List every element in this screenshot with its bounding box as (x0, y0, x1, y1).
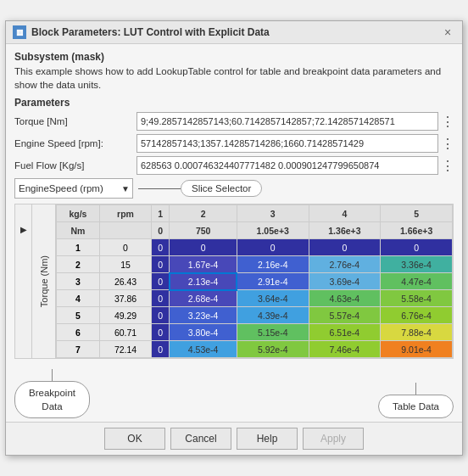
data-cell[interactable]: 4.53e-4 (170, 341, 237, 358)
data-cell[interactable]: 0 (309, 239, 381, 256)
dialog-content: Subsystem (mask) This example shows how … (6, 44, 462, 366)
engine-speed-row: Engine Speed [rpm]: ⋮ (14, 134, 454, 153)
torque-input[interactable] (136, 112, 438, 131)
bp-connector-line (52, 369, 53, 381)
breakpoint-cell[interactable]: 0 (99, 239, 151, 256)
data-cell[interactable]: 4.63e-4 (309, 290, 381, 307)
data-cell[interactable]: 5.92e-4 (237, 341, 309, 358)
connector-line (138, 188, 155, 189)
slice-select-wrapper: EngineSpeed (rpm) Torque (Nm) ▼ (14, 178, 133, 199)
data-cell[interactable]: 0 (152, 290, 170, 307)
engine-speed-input[interactable] (136, 134, 438, 153)
data-cell[interactable]: 1.67e-4 (170, 256, 237, 273)
data-cell[interactable]: 3.36e-4 (381, 256, 453, 273)
data-cell[interactable]: 0 (152, 256, 170, 273)
ok-button[interactable]: OK (104, 428, 165, 450)
subsystem-label: Subsystem (mask) (14, 51, 454, 63)
row-number-cell[interactable]: 5 (57, 307, 100, 324)
expand-arrow-button[interactable]: ▶ (18, 223, 30, 235)
slice-selector-label: Slice Selector (181, 180, 262, 197)
col-header-3: 3 (237, 205, 309, 222)
subheader-1360: 1.36e+3 (309, 222, 381, 239)
data-cell[interactable]: 2.16e-4 (237, 256, 309, 273)
fuel-flow-dots-button[interactable]: ⋮ (442, 158, 454, 174)
breakpoint-data-label: BreakpointData (14, 381, 90, 418)
row-number-cell[interactable]: 7 (57, 341, 100, 358)
table-row: 549.2903.23e-44.39e-45.57e-46.76e-4 (57, 307, 453, 324)
table-row: 326.4302.13e-42.91e-43.69e-44.47e-4 (57, 273, 453, 290)
torque-label: Torque [Nm] (14, 116, 133, 126)
data-cell[interactable]: 0 (381, 239, 453, 256)
data-cell[interactable]: 0 (152, 273, 170, 290)
cancel-button[interactable]: Cancel (170, 428, 231, 450)
breakpoint-cell[interactable]: 60.71 (99, 324, 151, 341)
data-cell[interactable]: 0 (152, 307, 170, 324)
data-cell[interactable]: 0 (170, 239, 237, 256)
torque-axis-label-col: Torque (Nm) (32, 204, 56, 358)
data-cell[interactable]: 5.57e-4 (309, 307, 381, 324)
breakpoint-cell[interactable]: 49.29 (99, 307, 151, 324)
table-area: ▶ Torque (Nm) kg/s rpm 1 2 (15, 204, 453, 358)
data-cell[interactable]: 2.76e-4 (309, 256, 381, 273)
col-header-2: 2 (170, 205, 237, 222)
breakpoint-cell[interactable]: 72.14 (99, 341, 151, 358)
description-text: This example shows how to add LookupTabl… (14, 64, 454, 92)
torque-axis-label: Torque (Nm) (39, 255, 49, 307)
title-bar: ▦ Block Parameters: LUT Control with Exp… (6, 21, 462, 44)
data-cell[interactable]: 5.15e-4 (237, 324, 309, 341)
main-data-table: kg/s rpm 1 2 3 4 5 Nm 0 (56, 204, 453, 358)
data-cell[interactable]: 3.80e-4 (170, 324, 237, 341)
data-cell[interactable]: 6.76e-4 (381, 307, 453, 324)
data-table-wrapper: ▶ Torque (Nm) kg/s rpm 1 2 (14, 204, 454, 359)
table-row: 437.8602.68e-43.64e-44.63e-45.58e-4 (57, 290, 453, 307)
apply-button[interactable]: Apply (303, 428, 364, 450)
row-number-cell[interactable]: 2 (57, 256, 100, 273)
engine-speed-dots-button[interactable]: ⋮ (442, 136, 454, 152)
data-cell[interactable]: 3.69e-4 (309, 273, 381, 290)
data-cell[interactable]: 2.13e-4 (170, 273, 237, 290)
title-icon: ▦ (13, 25, 26, 39)
fuel-flow-input[interactable] (136, 156, 438, 175)
title-bar-left: ▦ Block Parameters: LUT Control with Exp… (13, 25, 270, 39)
data-cell[interactable]: 2.91e-4 (237, 273, 309, 290)
data-cell[interactable]: 6.51e-4 (309, 324, 381, 341)
data-cell[interactable]: 3.23e-4 (170, 307, 237, 324)
slice-selector-dropdown[interactable]: EngineSpeed (rpm) Torque (Nm) (14, 178, 133, 199)
data-cell[interactable]: 7.88e-4 (381, 324, 453, 341)
dialog-footer: OK Cancel Help Apply (6, 422, 462, 455)
breakpoint-cell[interactable]: 15 (99, 256, 151, 273)
data-cell[interactable]: 0 (152, 239, 170, 256)
close-button[interactable]: × (440, 25, 455, 40)
data-cell[interactable]: 4.39e-4 (237, 307, 309, 324)
row-number-cell[interactable]: 4 (57, 290, 100, 307)
data-cell[interactable]: 7.46e-4 (309, 341, 381, 358)
row-number-cell[interactable]: 3 (57, 273, 100, 290)
subheader-1050: 1.05e+3 (237, 222, 309, 239)
data-cell[interactable]: 9.01e-4 (381, 341, 453, 358)
data-cell[interactable]: 5.58e-4 (381, 290, 453, 307)
torque-dots-button[interactable]: ⋮ (442, 114, 454, 130)
subheader-nm: Nm (57, 222, 100, 239)
table-data-group: Table Data (378, 383, 454, 418)
row-number-cell[interactable]: 1 (57, 239, 100, 256)
subheader-1660: 1.66e+3 (381, 222, 453, 239)
data-cell[interactable]: 0 (152, 341, 170, 358)
table-row: 772.1404.53e-45.92e-47.46e-49.01e-4 (57, 341, 453, 358)
data-cell[interactable]: 4.47e-4 (381, 273, 453, 290)
torque-row: Torque [Nm] ⋮ (14, 112, 454, 131)
row-number-cell[interactable]: 6 (57, 324, 100, 341)
data-cell[interactable]: 3.64e-4 (237, 290, 309, 307)
subheader-0: 0 (152, 222, 170, 239)
breakpoint-cell[interactable]: 37.86 (99, 290, 151, 307)
fuel-flow-row: Fuel Flow [Kg/s] ⋮ (14, 156, 454, 175)
connector: Slice Selector (138, 180, 262, 197)
help-button[interactable]: Help (237, 428, 298, 450)
data-cell[interactable]: 0 (152, 324, 170, 341)
breakpoint-cell[interactable]: 26.43 (99, 273, 151, 290)
data-cell[interactable]: 2.68e-4 (170, 290, 237, 307)
dialog: ▦ Block Parameters: LUT Control with Exp… (5, 20, 463, 456)
connector-line2 (155, 188, 181, 189)
data-cell[interactable]: 0 (237, 239, 309, 256)
table-subheader-row: Nm 0 750 1.05e+3 1.36e+3 1.66e+3 (57, 222, 453, 239)
fuel-flow-label: Fuel Flow [Kg/s] (14, 160, 133, 171)
